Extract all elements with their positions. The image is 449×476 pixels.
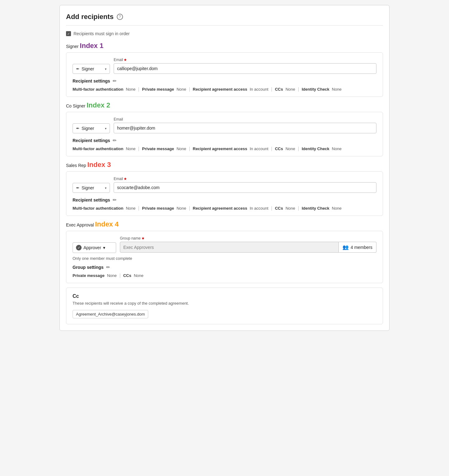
ccs-info-1: CCs None <box>275 87 295 92</box>
email-input-1[interactable] <box>114 63 376 74</box>
sign-in-order-checkbox[interactable] <box>66 31 71 36</box>
ccs-info-2: CCs None <box>275 146 295 151</box>
settings-row-1: Recipient settings ✏ <box>73 78 376 84</box>
ic-info-3: Identity Check None <box>302 206 342 211</box>
edit-icon-2[interactable]: ✏ <box>113 138 117 143</box>
recipient-row-2: ✒ Signer ▾ Email <box>73 117 376 133</box>
page-header: Add recipients ? <box>66 13 383 26</box>
approver-dropdown[interactable]: ✓ Approver ▾ <box>73 242 116 253</box>
recipient-block-2: ✒ Signer ▾ Email Recipient settings ✏ Mu… <box>66 112 383 156</box>
ic-info-1: Identity Check None <box>302 87 342 92</box>
group-name-wrap: Group name★ 👥 4 members <box>120 236 376 253</box>
sep-3c <box>272 206 272 211</box>
page-title: Add recipients <box>66 13 114 21</box>
group-sep-a <box>120 274 120 278</box>
sep-2b <box>189 147 190 151</box>
group-ccs-info: CCs None <box>123 273 144 278</box>
recipient-block-4: ✓ Approver ▾ Group name★ 👥 4 members <box>66 231 383 283</box>
signer-pen-icon-2: ✒ <box>76 126 80 131</box>
raa-info-2: Recipient agreement access In account <box>193 146 268 151</box>
role-dropdown-1[interactable]: ✒ Signer ▾ <box>73 64 110 74</box>
group-settings-info-row: Private message None CCs None <box>73 273 376 278</box>
members-badge[interactable]: 👥 4 members <box>339 242 376 253</box>
index1-role-prefix: Signer <box>66 44 78 49</box>
approver-role-label: Approver <box>83 245 101 250</box>
email-field-wrap-2: Email <box>114 117 376 133</box>
index1-number: Index 1 <box>80 42 103 50</box>
signer-pen-icon-3: ✒ <box>76 185 80 190</box>
cc-email-tag[interactable]: Agreement_Archive@caseyjones.dom <box>73 310 148 318</box>
mfa-info-3: Multi-factor authentication None <box>73 206 135 211</box>
sep-2a <box>139 147 139 151</box>
raa-info-1: Recipient agreement access In account <box>193 87 268 92</box>
settings-row-3: Recipient settings ✏ <box>73 197 376 203</box>
approver-row: ✓ Approver ▾ Group name★ 👥 4 members <box>73 236 376 253</box>
recipient-block-3: ✒ Signer ▾ Email★ Recipient settings ✏ M… <box>66 171 383 216</box>
recipient-block-1: ✒ Signer ▾ Email★ Recipient settings ✏ M… <box>66 52 383 97</box>
index3-header: Sales Rep Index 3 <box>66 161 383 169</box>
settings-label-1: Recipient settings <box>73 79 110 83</box>
email-label-3: Email★ <box>114 177 376 181</box>
recipient-row-3: ✒ Signer ▾ Email★ <box>73 177 376 193</box>
chevron-icon-3: ▾ <box>105 186 106 190</box>
required-star-1: ★ <box>124 58 127 62</box>
index1-header: Signer Index 1 <box>66 42 383 50</box>
email-input-3[interactable] <box>114 182 376 193</box>
cc-section: Cc These recipients will receive a copy … <box>66 288 383 324</box>
index4-number: Index 4 <box>95 220 119 228</box>
help-icon[interactable]: ? <box>117 14 123 20</box>
group-pm-info: Private message None <box>73 273 117 278</box>
index3-number: Index 3 <box>87 161 111 169</box>
pm-info-2: Private message None <box>142 146 186 151</box>
chevron-icon-1: ▾ <box>105 67 106 71</box>
settings-label-3: Recipient settings <box>73 198 110 202</box>
role-label-1: Signer <box>82 66 94 71</box>
members-icon: 👥 <box>343 244 349 250</box>
settings-info-row-1: Multi-factor authentication None Private… <box>73 87 376 92</box>
sep-1b <box>189 87 190 92</box>
group-name-input[interactable] <box>120 242 339 253</box>
ccs-info-3: CCs None <box>275 206 295 211</box>
mfa-info-1: Multi-factor authentication None <box>73 87 135 92</box>
group-settings-label: Group settings <box>73 265 104 270</box>
recipient-row-1: ✒ Signer ▾ Email★ <box>73 58 376 74</box>
group-edit-icon[interactable]: ✏ <box>106 264 110 270</box>
index4-header: Exec Approval Index 4 <box>66 220 383 228</box>
only-one-text: Only one member must complete <box>73 256 376 261</box>
role-dropdown-2[interactable]: ✒ Signer ▾ <box>73 123 110 133</box>
sign-in-order-row[interactable]: Recipients must sign in order <box>66 31 383 36</box>
settings-row-2: Recipient settings ✏ <box>73 138 376 143</box>
index2-number: Index 2 <box>87 101 110 109</box>
cc-title: Cc <box>73 293 376 299</box>
email-field-wrap-3: Email★ <box>114 177 376 193</box>
group-input-row: 👥 4 members <box>120 242 376 253</box>
index3-role-prefix: Sales Rep <box>66 163 86 168</box>
settings-info-row-3: Multi-factor authentication None Private… <box>73 206 376 211</box>
role-dropdown-3[interactable]: ✒ Signer ▾ <box>73 183 110 193</box>
ic-info-2: Identity Check None <box>302 146 342 151</box>
index2-role-prefix: Co Signer <box>66 103 85 108</box>
pm-info-3: Private message None <box>142 206 186 211</box>
edit-icon-3[interactable]: ✏ <box>113 197 117 203</box>
email-label-1: Email★ <box>114 58 376 62</box>
settings-info-row-2: Multi-factor authentication None Private… <box>73 146 376 151</box>
settings-label-2: Recipient settings <box>73 138 110 143</box>
role-label-3: Signer <box>82 185 94 190</box>
index4-role-prefix: Exec Approval <box>66 222 94 227</box>
group-name-label: Group name★ <box>120 236 376 240</box>
sep-3d <box>298 206 299 211</box>
edit-icon-1[interactable]: ✏ <box>113 78 117 84</box>
group-settings-row: Group settings ✏ <box>73 264 376 270</box>
sep-2c <box>272 147 272 151</box>
email-label-2: Email <box>114 117 376 121</box>
sep-1c <box>272 87 272 92</box>
mfa-info-2: Multi-factor authentication None <box>73 146 135 151</box>
sep-3a <box>139 206 139 211</box>
sep-3b <box>189 206 190 211</box>
index2-header: Co Signer Index 2 <box>66 101 383 109</box>
email-field-wrap-1: Email★ <box>114 58 376 74</box>
pm-info-1: Private message None <box>142 87 186 92</box>
email-input-2[interactable] <box>114 123 376 133</box>
raa-info-3: Recipient agreement access In account <box>193 206 268 211</box>
sign-in-order-label: Recipients must sign in order <box>73 31 130 36</box>
